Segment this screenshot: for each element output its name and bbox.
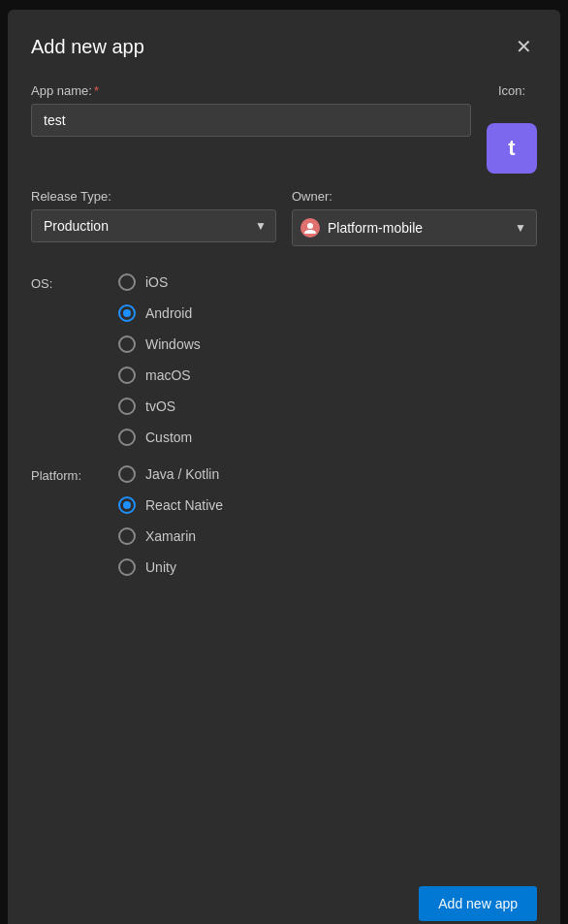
svg-point-0 [307,223,313,229]
required-indicator: * [94,83,99,98]
platform-section: Platform: Java / Kotlin React Native Xam… [31,465,537,576]
platform-option-react-native[interactable]: React Native [118,496,223,514]
os-radio-tvos[interactable] [118,398,136,415]
os-label: OS: [31,273,118,291]
os-radio-android[interactable] [118,304,136,322]
platform-label-xamarin: Xamarin [145,528,196,544]
app-name-label: App name:* [31,83,471,98]
os-option-macos[interactable]: macOS [118,366,201,384]
os-section: OS: iOS Android Windows [31,273,537,446]
modal-title: Add new app [31,36,144,58]
owner-arrow-icon: ▼ [515,221,526,235]
os-option-ios[interactable]: iOS [118,273,201,291]
os-option-windows[interactable]: Windows [118,335,201,353]
os-radio-custom[interactable] [118,429,136,446]
platform-option-java-kotlin[interactable]: Java / Kotlin [118,465,223,483]
os-radio-ios[interactable] [118,273,136,291]
modal-overlay: Add new app ✕ App name:* Icon: t Release… [0,0,568,924]
os-label-windows: Windows [145,336,201,352]
platform-radio-java-kotlin[interactable] [118,465,136,483]
owner-text: Platform-mobile [328,220,507,236]
app-name-row: App name:* Icon: t [31,83,537,174]
icon-label: Icon: [498,83,525,98]
os-radio-group: iOS Android Windows macOS [118,273,201,446]
platform-label-unity: Unity [145,559,176,575]
os-option-tvos[interactable]: tvOS [118,398,201,415]
os-radio-android-inner [123,309,131,317]
platform-label-react-native: React Native [145,497,223,513]
platform-option-xamarin[interactable]: Xamarin [118,527,223,545]
release-type-wrapper: Production Beta Alpha ▼ [31,209,276,242]
owner-avatar-icon [302,220,318,236]
owner-group: Owner: Platform-mobile ▼ [292,189,537,246]
icon-button[interactable]: t [487,123,537,174]
os-label-custom: Custom [145,430,192,445]
os-option-android[interactable]: Android [118,304,201,322]
os-label-tvos: tvOS [145,398,175,414]
os-radio-windows[interactable] [118,335,136,353]
os-label-ios: iOS [145,274,168,290]
add-new-app-button[interactable]: Add new app [419,886,537,921]
release-type-group: Release Type: Production Beta Alpha ▼ [31,189,276,246]
platform-radio-react-native[interactable] [118,496,136,514]
modal-header: Add new app ✕ [31,33,537,60]
owner-avatar [300,218,320,238]
os-label-macos: macOS [145,367,191,383]
app-name-input[interactable] [31,104,471,137]
release-type-select[interactable]: Production Beta Alpha [31,209,276,242]
modal-dialog: Add new app ✕ App name:* Icon: t Release… [8,10,560,924]
owner-label: Owner: [292,189,537,204]
os-option-custom[interactable]: Custom [118,429,201,446]
platform-label: Platform: [31,465,118,483]
os-radio-macos[interactable] [118,366,136,384]
platform-option-unity[interactable]: Unity [118,558,223,576]
app-name-group: App name:* [31,83,471,137]
owner-select-wrapper[interactable]: Platform-mobile ▼ [292,209,537,246]
platform-radio-group: Java / Kotlin React Native Xamarin Unity [118,465,223,576]
platform-radio-xamarin[interactable] [118,527,136,545]
platform-radio-react-native-inner [123,501,131,509]
platform-radio-unity[interactable] [118,558,136,576]
dropdowns-row: Release Type: Production Beta Alpha ▼ Ow… [31,189,537,246]
close-button[interactable]: ✕ [510,33,537,60]
platform-label-java-kotlin: Java / Kotlin [145,466,219,482]
os-label-android: Android [145,305,192,321]
release-type-label: Release Type: [31,189,276,204]
bottom-spacer [31,595,537,867]
modal-footer: Add new app [31,867,537,921]
icon-group: Icon: t [487,83,537,174]
